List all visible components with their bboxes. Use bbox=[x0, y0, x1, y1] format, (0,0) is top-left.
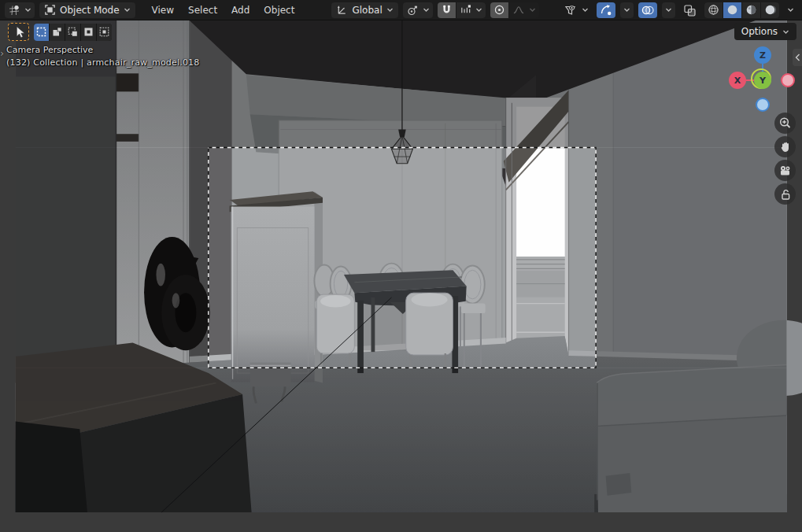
chevron-down-icon bbox=[623, 7, 630, 13]
gizmo-axis-x-negative[interactable] bbox=[781, 73, 795, 87]
select-subtract-icon bbox=[68, 27, 78, 37]
move-view-button[interactable] bbox=[774, 136, 796, 157]
select-mode-invert[interactable] bbox=[81, 24, 96, 41]
falloff-curve-icon bbox=[512, 4, 525, 16]
chevron-down-icon bbox=[386, 7, 394, 13]
chevron-down-icon bbox=[124, 7, 131, 13]
material-sphere-icon bbox=[745, 4, 757, 16]
object-mode-icon bbox=[44, 4, 56, 16]
cursor-arrow-icon bbox=[13, 25, 25, 39]
viewport-header: Object Mode View Select Add Object Globa… bbox=[0, 0, 802, 20]
visibility-filter-icon bbox=[564, 4, 578, 17]
viewport-info: Camera Perspective (132) Collection | ar… bbox=[6, 44, 200, 69]
magnifier-plus-icon bbox=[778, 116, 792, 130]
toolbar-toggle-chevron[interactable]: › bbox=[0, 47, 4, 59]
select-mode-group bbox=[34, 24, 112, 41]
gizmos-dropdown[interactable] bbox=[620, 2, 634, 18]
active-tool-select-box[interactable] bbox=[8, 23, 29, 41]
proportional-editing-icon bbox=[493, 4, 505, 16]
select-mode-extend[interactable] bbox=[50, 24, 65, 41]
gizmo-axis-x[interactable]: X bbox=[729, 72, 746, 89]
viewport-scene[interactable] bbox=[0, 20, 802, 532]
chevron-down-icon bbox=[782, 29, 789, 35]
hand-icon bbox=[779, 141, 792, 153]
proportional-editing-toggle[interactable] bbox=[490, 2, 508, 18]
shading-wireframe-button[interactable] bbox=[704, 2, 723, 18]
proportional-falloff-select[interactable] bbox=[509, 2, 539, 18]
xray-toggle[interactable] bbox=[680, 2, 700, 18]
rendered-sphere-icon bbox=[764, 4, 776, 16]
overlays-toggle[interactable] bbox=[638, 2, 657, 18]
show-object-types-select[interactable] bbox=[561, 2, 592, 18]
wardrobe-cabinet bbox=[230, 191, 323, 382]
wireframe-sphere-icon bbox=[708, 4, 719, 16]
overlays-dropdown[interactable] bbox=[662, 2, 675, 18]
solid-sphere-icon bbox=[726, 4, 738, 16]
unlock-icon bbox=[779, 188, 792, 201]
select-intersect-icon bbox=[99, 27, 109, 37]
chevron-down-icon bbox=[475, 7, 482, 13]
3d-viewport-editor-icon bbox=[8, 4, 20, 17]
proportional-edit-group bbox=[490, 2, 539, 18]
chevron-down-icon bbox=[529, 7, 536, 13]
gizmo-axis-y[interactable]: Y bbox=[754, 72, 771, 89]
overlays-icon bbox=[641, 4, 654, 17]
sidebar-toggle-chevron[interactable] bbox=[793, 49, 802, 66]
zoom-view-button[interactable] bbox=[774, 113, 796, 134]
select-mode-set[interactable] bbox=[34, 24, 49, 41]
select-extend-icon bbox=[52, 27, 62, 37]
pivot-point-icon bbox=[406, 4, 419, 17]
options-label: Options bbox=[741, 26, 778, 37]
chevron-down-icon bbox=[665, 7, 672, 13]
select-mode-subtract[interactable] bbox=[65, 24, 80, 41]
orientation-label: Global bbox=[352, 5, 382, 16]
menu-add[interactable]: Add bbox=[224, 2, 257, 18]
shading-rendered-button[interactable] bbox=[761, 2, 779, 18]
gizmos-toggle[interactable] bbox=[597, 2, 615, 18]
mode-select[interactable]: Object Mode bbox=[39, 2, 135, 18]
menu-select[interactable]: Select bbox=[181, 2, 224, 18]
select-set-icon bbox=[36, 27, 46, 37]
gizmo-axis-z[interactable]: Z bbox=[754, 46, 771, 64]
camera-view-button[interactable] bbox=[774, 160, 796, 181]
shading-solid-button[interactable] bbox=[723, 2, 741, 18]
gizmo-axis-z-negative[interactable] bbox=[756, 98, 770, 112]
active-object-text: (132) Collection | armchair_raw_model.01… bbox=[6, 57, 200, 69]
snap-toggle[interactable] bbox=[438, 2, 456, 18]
xray-icon bbox=[683, 4, 697, 17]
select-invert-icon bbox=[83, 27, 94, 37]
chevron-left-icon bbox=[795, 54, 800, 61]
orientation-axes-icon bbox=[336, 4, 348, 16]
chevron-down-icon bbox=[582, 7, 589, 13]
menu-object[interactable]: Object bbox=[257, 2, 301, 18]
shading-material-button[interactable] bbox=[742, 2, 760, 18]
shading-dropdown[interactable] bbox=[784, 2, 797, 18]
tool-settings-bar bbox=[8, 23, 112, 41]
snap-increment-icon bbox=[460, 4, 471, 16]
shading-mode-group bbox=[704, 2, 779, 18]
camera-icon bbox=[778, 164, 792, 177]
gizmo-icon bbox=[600, 4, 612, 17]
select-mode-intersect[interactable] bbox=[97, 24, 112, 41]
transform-orientation-select[interactable]: Global bbox=[331, 2, 397, 18]
blender-window: Object Mode View Select Add Object Globa… bbox=[0, 0, 802, 532]
view-name-text: Camera Perspective bbox=[6, 44, 200, 57]
camera-lock-button[interactable] bbox=[774, 183, 796, 205]
chevron-down-icon bbox=[24, 7, 31, 13]
3d-viewport[interactable]: Options › Camera Perspective (132) Colle… bbox=[0, 20, 802, 532]
pivot-point-select[interactable] bbox=[403, 2, 433, 18]
snap-target-select[interactable] bbox=[456, 2, 486, 18]
navigation-gizmo: Z X Y bbox=[726, 44, 801, 120]
options-dropdown[interactable]: Options bbox=[734, 23, 796, 40]
chevron-down-icon bbox=[423, 7, 430, 13]
menu-view[interactable]: View bbox=[145, 2, 181, 18]
chevron-down-icon bbox=[787, 7, 794, 13]
mode-label: Object Mode bbox=[60, 5, 120, 16]
menu-bar: View Select Add Object bbox=[145, 2, 302, 18]
editor-type-button[interactable] bbox=[5, 2, 35, 18]
snapping-group bbox=[438, 2, 486, 18]
magnet-icon bbox=[441, 4, 453, 16]
